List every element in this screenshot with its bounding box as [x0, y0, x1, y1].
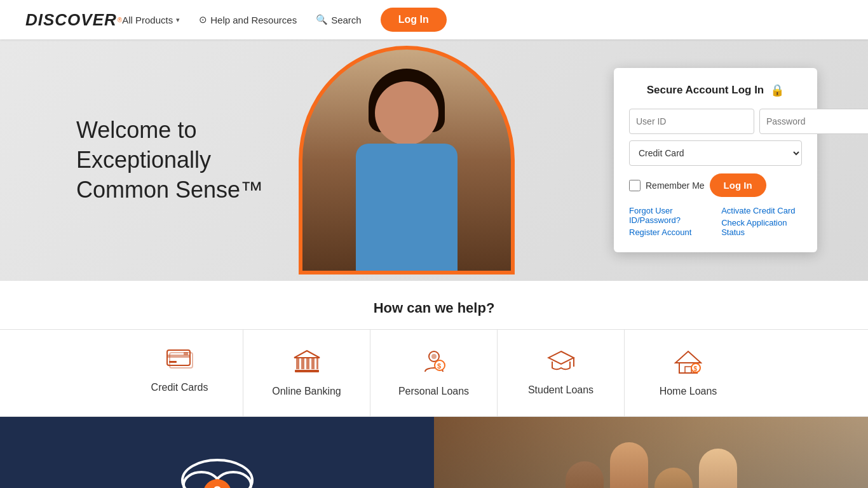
people-silhouettes — [434, 417, 868, 488]
svg-rect-7 — [301, 358, 304, 369]
search-nav[interactable]: 🔍 Search — [316, 14, 362, 25]
person-silhouette-3 — [654, 468, 693, 488]
chevron-down-icon: ▾ — [176, 16, 180, 24]
help-resources-nav[interactable]: ⊙ Help and Resources — [199, 14, 297, 25]
people-photo-card — [434, 417, 868, 488]
person-silhouette-4 — [699, 449, 737, 488]
password-input[interactable] — [759, 109, 868, 134]
svg-rect-10 — [316, 358, 318, 369]
person-silhouette-2 — [610, 442, 648, 488]
hero-headline: Welcome to Exceptionally Common Sense™ — [76, 116, 263, 205]
svg-rect-9 — [311, 358, 315, 369]
svg-point-13 — [431, 354, 437, 359]
online-banking-label: Online Banking — [272, 386, 341, 397]
product-credit-cards[interactable]: Credit Cards — [116, 330, 243, 416]
search-label: Search — [331, 15, 362, 25]
person-circle-frame — [299, 46, 515, 274]
svg-text:$: $ — [437, 362, 441, 370]
hero-text-block: Welcome to Exceptionally Common Sense™ — [76, 116, 263, 205]
hero-person-image — [286, 39, 527, 281]
all-products-nav[interactable]: All Products ▾ — [122, 15, 180, 25]
home-loan-icon: $ — [674, 349, 702, 378]
header-login-button[interactable]: Log In — [381, 8, 447, 32]
svg-rect-19 — [685, 367, 691, 373]
personal-loans-label: Personal Loans — [398, 386, 469, 397]
cloud-icon — [176, 452, 259, 488]
login-credential-fields — [629, 109, 802, 134]
check-status-link[interactable]: Check Application Status — [721, 218, 802, 237]
hero-section: Welcome to Exceptionally Common Sense™ S… — [0, 39, 868, 281]
svg-rect-11 — [295, 370, 319, 372]
help-label: Help and Resources — [210, 15, 297, 25]
svg-marker-17 — [675, 351, 701, 363]
remember-me-label: Remember Me — [646, 180, 705, 191]
svg-rect-8 — [306, 358, 309, 369]
student-loan-icon — [547, 349, 575, 377]
product-grid: Credit Cards Online Banking — [0, 329, 868, 417]
lock-icon: 🔒 — [770, 83, 784, 97]
login-card-title: Secure Account Log In — [647, 84, 764, 97]
credit-cards-label: Credit Cards — [151, 382, 208, 393]
bank-icon — [293, 349, 321, 378]
header: DISCOVER® All Products ▾ ⊙ Help and Reso… — [0, 0, 868, 39]
all-products-label: All Products — [122, 15, 173, 25]
search-icon: 🔍 — [316, 14, 328, 25]
main-nav: All Products ▾ ⊙ Help and Resources 🔍 Se… — [122, 8, 446, 32]
activate-credit-card-link[interactable]: Activate Credit Card — [721, 206, 802, 215]
credit-card-icon — [166, 349, 194, 374]
person-head — [375, 81, 438, 145]
card-login-button[interactable]: Log In — [710, 173, 766, 197]
home-loans-label: Home Loans — [660, 386, 717, 397]
login-left-links: Forgot User ID/Password? Register Accoun… — [629, 206, 715, 237]
svg-marker-5 — [294, 351, 320, 358]
login-card: Secure Account Log In 🔒 Credit Card Bank… — [614, 68, 817, 252]
security-card — [0, 417, 434, 488]
student-loans-label: Student Loans — [528, 384, 593, 396]
help-section: How can we help? Credit Cards — [0, 281, 868, 417]
logo[interactable]: DISCOVER® — [25, 10, 122, 30]
bottom-section — [0, 417, 868, 488]
login-card-header: Secure Account Log In 🔒 — [629, 83, 802, 97]
register-account-link[interactable]: Register Account — [629, 227, 715, 237]
product-student-loans[interactable]: Student Loans — [498, 330, 625, 416]
help-title: How can we help? — [0, 300, 868, 316]
forgot-password-link[interactable]: Forgot User ID/Password? — [629, 206, 715, 225]
help-icon: ⊙ — [199, 14, 207, 25]
person-body — [356, 144, 458, 271]
logo-text: DISCOVER — [25, 10, 117, 30]
remember-me-checkbox[interactable] — [629, 180, 641, 191]
cloud-icon-wrap — [176, 452, 259, 488]
user-id-input[interactable] — [629, 109, 754, 134]
personal-loan-icon: $ — [421, 349, 447, 378]
logo-symbol: ® — [118, 17, 122, 24]
account-type-select[interactable]: Credit Card Bank Account Student Loans H… — [629, 140, 802, 166]
product-personal-loans[interactable]: $ Personal Loans — [370, 330, 498, 416]
remember-me-row: Remember Me Log In — [629, 173, 802, 197]
product-home-loans[interactable]: $ Home Loans — [625, 330, 752, 416]
person-silhouette-1 — [566, 461, 604, 488]
svg-rect-6 — [296, 358, 299, 369]
login-right-links: Activate Credit Card Check Application S… — [721, 206, 802, 237]
login-links: Forgot User ID/Password? Register Accoun… — [629, 206, 802, 237]
product-online-banking[interactable]: Online Banking — [243, 330, 370, 416]
svg-text:$: $ — [694, 365, 698, 372]
